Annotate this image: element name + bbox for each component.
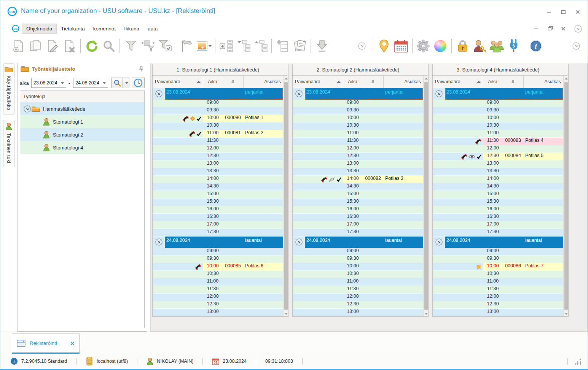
time-slot-row[interactable]: 17:30 — [293, 229, 423, 237]
empty-slot-cells[interactable]: 15:00 — [203, 191, 283, 198]
time-slot-row[interactable]: 12:00 — [293, 145, 423, 153]
empty-slot-cells[interactable]: 15:00 — [483, 191, 563, 198]
empty-slot-cells[interactable]: 17:30 — [483, 229, 563, 237]
tree-down-icon[interactable] — [235, 37, 252, 55]
time-slot-row[interactable]: 09:00 — [433, 100, 563, 107]
time-slot-row[interactable]: 11:00 — [293, 278, 423, 286]
refresh-icon[interactable] — [83, 37, 100, 55]
tree-up-icon[interactable] — [252, 37, 269, 55]
appointment-cells[interactable]: 10:00000080Potilas 1 — [203, 115, 283, 122]
date-to-dropdown-icon[interactable] — [103, 82, 106, 84]
time-slot-row[interactable]: 16:00 — [153, 206, 283, 214]
empty-slot-cells[interactable]: 14:30 — [343, 183, 423, 191]
time-slot-row[interactable]: 10:00000086Potilas 7 — [433, 263, 563, 271]
time-slot-row[interactable]: 13:00 — [293, 309, 423, 316]
time-slot-row[interactable]: 16:30 — [153, 214, 283, 221]
doc-new-icon[interactable] — [10, 37, 27, 55]
mdi-close-button[interactable]: ✕ — [560, 26, 566, 32]
time-slot-row[interactable]: 13:30 — [153, 168, 283, 176]
search-dropdown-button[interactable] — [123, 78, 129, 88]
appointment-cells[interactable]: 11:00000081Potilas 2 — [203, 130, 283, 138]
time-slot-row[interactable]: 13:30 — [433, 168, 563, 176]
time-slot-row[interactable]: 14:30 — [433, 183, 563, 191]
empty-slot-cells[interactable]: 09:30 — [343, 256, 423, 263]
empty-slot-cells[interactable]: 12:30 — [343, 301, 423, 309]
time-slot-row[interactable]: 11:00 — [153, 278, 283, 286]
scrollbar-thumb[interactable] — [284, 82, 288, 310]
empty-slot-cells[interactable]: 13:30 — [343, 168, 423, 176]
chevron-circle-icon[interactable] — [354, 37, 371, 55]
mdi-minimize-button[interactable] — [533, 26, 539, 32]
resize-grip[interactable] — [575, 358, 582, 365]
time-slot-row[interactable]: 17:30 — [433, 229, 563, 237]
day-header-bar[interactable]: 23.08.2024perjantai — [305, 88, 423, 100]
empty-slot-cells[interactable]: 09:00 — [203, 248, 283, 256]
date-from-dropdown-icon[interactable] — [61, 82, 64, 84]
image-icon[interactable] — [196, 37, 213, 55]
appointment-cells[interactable]: 10:00000086Potilas 7 — [483, 263, 563, 271]
filter-columns-icon[interactable] — [139, 37, 156, 55]
time-slot-row[interactable]: 17:30 — [153, 229, 283, 237]
empty-slot-cells[interactable]: 15:30 — [203, 198, 283, 206]
documents-icon[interactable] — [291, 37, 308, 55]
column-header-number[interactable]: # — [502, 76, 524, 88]
time-slot-row[interactable]: 17:00 — [293, 221, 423, 229]
empty-slot-cells[interactable]: 13:00 — [343, 309, 423, 316]
tree-item-stomatologi-1[interactable]: Stomatologi 1 — [20, 115, 144, 128]
time-slot-row[interactable]: 14:30 — [153, 183, 283, 191]
empty-slot-cells[interactable]: 12:00 — [483, 145, 563, 153]
empty-slot-cells[interactable]: 11:30 — [343, 138, 423, 145]
time-slot-row[interactable]: 12:30 — [153, 153, 283, 160]
date-from-input[interactable]: 23.08.2024 — [31, 78, 66, 88]
tree-toggle-icon[interactable] — [218, 37, 235, 55]
empty-slot-cells[interactable]: 10:30 — [483, 122, 563, 130]
empty-slot-cells[interactable]: 14:00 — [483, 176, 563, 183]
menu-item-auta[interactable]: auta — [143, 24, 162, 33]
empty-slot-cells[interactable]: 09:30 — [343, 107, 423, 115]
search-icon[interactable] — [100, 37, 117, 55]
empty-slot-cells[interactable]: 12:00 — [203, 294, 283, 301]
time-slot-row[interactable]: 11:30 — [433, 286, 563, 294]
time-slot-row[interactable]: 15:00 — [293, 191, 423, 198]
time-slot-row[interactable]: 12:30 — [293, 301, 423, 309]
time-slot-row[interactable]: 11:00 — [433, 130, 563, 138]
empty-slot-cells[interactable]: 12:30 — [483, 301, 563, 309]
tab-rekisterointi[interactable]: Rekisteröinti ✕ — [12, 333, 80, 353]
empty-slot-cells[interactable]: 09:30 — [203, 256, 283, 263]
empty-slot-cells[interactable]: 09:30 — [483, 107, 563, 115]
time-slot-row[interactable]: 11:30 — [293, 286, 423, 294]
empty-slot-cells[interactable]: 13:30 — [203, 168, 283, 176]
day-header-bar[interactable]: 24.08.2024lauantai — [165, 237, 283, 248]
column-header-asiakas[interactable]: Asiakas — [244, 76, 283, 88]
empty-slot-cells[interactable]: 09:00 — [483, 100, 563, 107]
empty-slot-cells[interactable]: 13:00 — [203, 160, 283, 168]
time-slot-row[interactable]: 10:30 — [153, 271, 283, 278]
time-slot-row[interactable]: 09:00 — [153, 248, 283, 256]
scrollbar-thumb[interactable] — [424, 82, 428, 310]
empty-slot-cells[interactable]: 13:00 — [483, 309, 563, 316]
empty-slot-cells[interactable]: 13:00 — [203, 309, 283, 316]
time-slot-row[interactable]: 13:00 — [293, 160, 423, 168]
empty-slot-cells[interactable]: 10:30 — [483, 271, 563, 278]
maximize-button[interactable] — [560, 10, 566, 15]
color-wheel-icon[interactable] — [432, 37, 449, 55]
time-slot-row[interactable]: 13:00 — [433, 309, 563, 316]
time-slot-row[interactable]: 09:30 — [433, 256, 563, 263]
empty-slot-cells[interactable]: 16:00 — [203, 206, 283, 214]
empty-slot-cells[interactable]: 11:30 — [343, 286, 423, 294]
time-slot-row[interactable]: 12:30 — [293, 153, 423, 160]
column-header-paivamaara[interactable]: Päivämäärä — [433, 76, 483, 88]
appointment-cells[interactable]: 14:00000082Potilas 3 — [343, 176, 423, 183]
empty-slot-cells[interactable]: 16:00 — [483, 206, 563, 214]
minimize-button[interactable] — [546, 10, 552, 15]
column-header-aika[interactable]: Aika — [203, 76, 222, 88]
time-slot-row[interactable]: 12:30 — [153, 301, 283, 309]
empty-slot-cells[interactable]: 11:30 — [203, 286, 283, 294]
time-slot-row[interactable]: 10:00 — [433, 115, 563, 122]
empty-slot-cells[interactable]: 14:30 — [483, 183, 563, 191]
vertical-scrollbar[interactable] — [563, 76, 568, 316]
column-header-asiakas[interactable]: Asiakas — [384, 76, 423, 88]
lock-icon[interactable] — [454, 37, 471, 55]
empty-slot-cells[interactable]: 15:30 — [343, 198, 423, 206]
empty-slot-cells[interactable]: 11:00 — [483, 278, 563, 286]
